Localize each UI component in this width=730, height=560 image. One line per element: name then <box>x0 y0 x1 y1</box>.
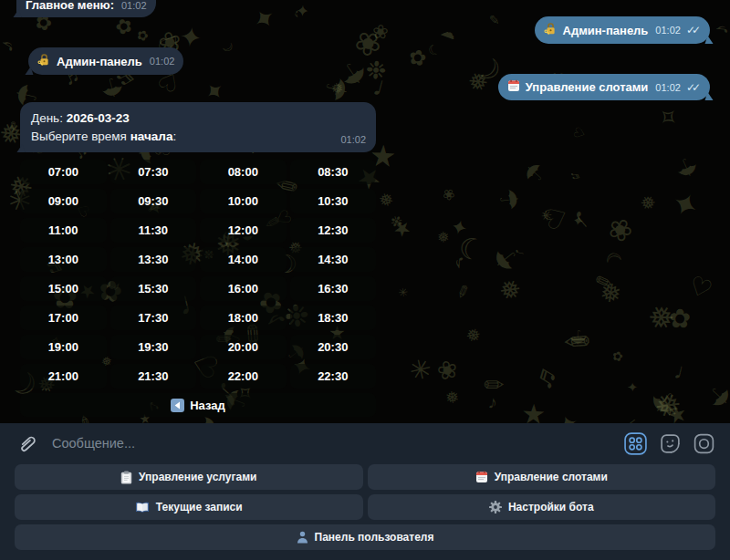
time-slot-button[interactable]: 15:00 <box>20 276 107 301</box>
time-slot-button[interactable]: 18:30 <box>290 306 377 330</box>
time-slot-button[interactable]: 10:30 <box>290 189 377 213</box>
doodle-glyph: ♬ <box>526 354 568 395</box>
doodle-glyph: ✦ <box>172 24 207 51</box>
reply-keyboard-button-label: Панель пользователя <box>315 531 434 544</box>
time-slot-button[interactable]: 08:00 <box>200 160 287 184</box>
doodle-glyph: ♡ <box>570 125 590 142</box>
doodle-glyph: ✧ <box>650 99 686 135</box>
time-slot-button[interactable]: 21:00 <box>20 364 107 389</box>
doodle-glyph: ❅ <box>637 194 660 211</box>
reply-keyboard-button-label: Настройки бота <box>508 501 594 513</box>
doodle-glyph: ❅ <box>495 277 527 303</box>
read-receipt-icon: ✓✓ <box>686 24 701 36</box>
reply-keyboard-button-label: Текущие записи <box>156 501 243 513</box>
read-receipt-icon: ✓✓ <box>686 81 701 94</box>
time-slot-button[interactable]: 15:30 <box>110 276 197 301</box>
reply-keyboard-button[interactable]: Управление слотами <box>368 464 716 490</box>
time-slot-button[interactable]: 16:00 <box>200 276 287 301</box>
time-slot-button[interactable]: 20:30 <box>290 335 377 359</box>
paperclip-icon[interactable] <box>15 432 37 455</box>
doodle-glyph: ★ <box>516 399 553 423</box>
time-slot-button[interactable]: 13:30 <box>110 247 197 272</box>
clipboard-icon <box>120 471 132 484</box>
time-slot-button[interactable]: 11:00 <box>20 218 107 243</box>
time-grid-row: 17:0017:3018:0018:30 <box>20 306 376 330</box>
sticker-icon[interactable] <box>659 432 682 455</box>
doodle-glyph: ♬ <box>568 169 586 184</box>
book-icon <box>135 502 150 513</box>
reply-keyboard-button[interactable]: Текущие записи <box>15 494 363 520</box>
message-admin-panel-outgoing: Админ-панель 01:02 ✓✓ <box>535 16 710 44</box>
doodle-glyph: ☂ <box>671 149 703 184</box>
time-slot-button[interactable]: 19:00 <box>20 335 107 359</box>
message-text: Управление слотами <box>526 80 649 94</box>
time-grid-row: 09:0009:3010:0010:30 <box>20 189 376 213</box>
doodle-glyph: ♪ <box>0 35 20 57</box>
time-slot-button[interactable]: 08:30 <box>290 160 377 184</box>
time-slot-button[interactable]: 22:30 <box>290 364 377 389</box>
time-slot-button[interactable]: 20:00 <box>200 335 287 359</box>
calendar-icon <box>507 79 520 95</box>
bot-commands-icon[interactable] <box>623 431 648 456</box>
time-slot-button[interactable]: 14:30 <box>290 247 377 272</box>
prompt-line: Выберите время начала: <box>31 128 365 146</box>
time-slot-button[interactable]: 14:00 <box>200 247 287 272</box>
message-time: 01:02 <box>150 56 175 67</box>
doodle-glyph: ❀ <box>442 185 455 203</box>
doodle-glyph: ✿ <box>610 347 625 365</box>
doodle-glyph: ☽ <box>217 36 237 56</box>
time-slot-button[interactable]: 12:00 <box>200 218 287 243</box>
time-slot-button[interactable]: 13:00 <box>20 247 107 272</box>
time-slot-button[interactable]: 22:00 <box>200 364 287 389</box>
doodle-glyph: ♩ <box>672 358 700 389</box>
composer-icons <box>623 431 715 456</box>
time-slot-button[interactable]: 09:30 <box>110 189 197 213</box>
time-slot-button[interactable]: 17:00 <box>20 306 107 330</box>
doodle-glyph: ☂ <box>700 377 730 415</box>
message-input[interactable]: Сообщение... <box>52 436 609 451</box>
doodle-glyph: ✿ <box>406 44 429 72</box>
message-time: 01:02 <box>121 0 147 11</box>
message-input-row: Сообщение... <box>0 423 730 463</box>
doodle-glyph: ✦ <box>245 0 281 37</box>
time-slot-button[interactable]: 12:30 <box>290 218 377 243</box>
time-slot-button[interactable]: 19:30 <box>110 335 197 359</box>
back-arrow-icon <box>171 399 184 412</box>
message-text: Главное меню: <box>26 0 114 12</box>
message-day-prompt: День: 2026-03-23 Выберите время начала: … <box>20 102 376 152</box>
message-slot-management-outgoing: Управление слотами 01:02 ✓✓ <box>498 74 710 100</box>
reply-keyboard-button-label: Управление слотами <box>495 471 608 483</box>
time-slot-button[interactable]: 18:00 <box>200 306 287 330</box>
lock-key-icon <box>544 22 558 38</box>
doodle-glyph: ☽ <box>602 249 627 270</box>
reply-keyboard-button[interactable]: Настройки бота <box>368 494 716 520</box>
doodle-glyph: ✦ <box>551 410 586 423</box>
doodle-glyph: ☁ <box>438 21 459 45</box>
message-time: 01:02 <box>655 25 681 36</box>
doodle-glyph: ✎ <box>451 282 474 302</box>
reply-keyboard-button[interactable]: Панель пользователя <box>15 524 715 550</box>
doodle-glyph: ✎ <box>489 13 500 27</box>
back-button[interactable]: Назад <box>20 393 376 417</box>
time-slot-button[interactable]: 10:00 <box>200 189 287 213</box>
time-grid: 07:0007:3008:0008:3009:0009:3010:0010:30… <box>20 160 376 417</box>
reply-keyboard-row: Текущие записиНастройки бота <box>15 494 715 520</box>
chat-area: ❅✦★✿♬✧♬♬✎✦☽❅❅❀❅✎❅✎❉☂★✎❅★♩❅✧✿✦✧❉❉✦❅❅❉❀❅♡☽… <box>0 0 730 423</box>
time-slot-button[interactable]: 21:30 <box>110 364 197 389</box>
time-grid-row: 15:0015:3016:0016:30 <box>20 276 376 301</box>
doodle-glyph: ☂ <box>517 157 553 192</box>
time-grid-row: 11:0011:3012:0012:30 <box>20 218 376 243</box>
time-slot-button[interactable]: 07:30 <box>110 160 197 184</box>
time-slot-button[interactable]: 09:00 <box>20 189 107 213</box>
doodle-glyph: ❀ <box>599 209 641 251</box>
message-text: Админ-панель <box>57 55 142 68</box>
time-grid-row: 07:0007:3008:0008:30 <box>20 160 376 184</box>
video-message-icon[interactable] <box>693 432 715 455</box>
message-main-menu: Главное меню: 01:02 <box>16 0 156 17</box>
time-slot-button[interactable]: 07:00 <box>20 160 107 184</box>
doodle-glyph: ❅ <box>444 386 461 408</box>
time-slot-button[interactable]: 11:30 <box>110 218 197 243</box>
reply-keyboard-button[interactable]: Управление услугами <box>15 464 363 490</box>
time-slot-button[interactable]: 16:30 <box>290 276 377 301</box>
time-slot-button[interactable]: 17:30 <box>110 306 197 330</box>
